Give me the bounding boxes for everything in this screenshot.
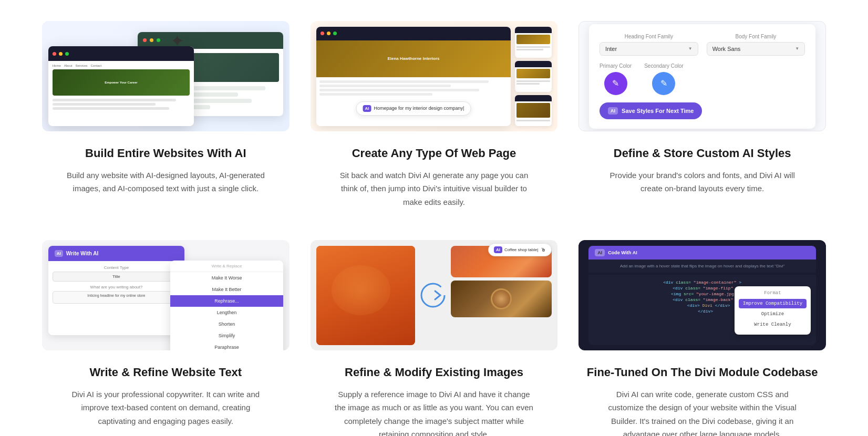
code-tag: <div <box>673 297 685 302</box>
feature-title-create-webpage: Create Any Type Of Web Page <box>352 146 516 161</box>
thumb-header <box>515 61 552 67</box>
styles-panel: Heading Font Family Inter ▼ Body Font Fa… <box>589 24 815 129</box>
ai-prompt-bubble: AI Homepage for my interior design compa… <box>356 101 471 116</box>
code-attr: class= <box>685 286 700 290</box>
context-item-rephrase[interactable]: Rephrase... <box>170 295 283 307</box>
ai-badge: AI <box>363 105 371 112</box>
feature-card-write-refine: AI Write With AI Content Type Title What… <box>42 240 290 436</box>
thumb-content <box>515 33 552 52</box>
nav-item: Home <box>53 64 61 67</box>
about-value: Inticing headline for my online store <box>87 294 145 297</box>
prompt-text: Homepage for my interior design company| <box>374 106 464 111</box>
thumb-img <box>516 35 550 44</box>
primary-color-swatch[interactable]: ✎ <box>604 72 627 95</box>
code-tag: </div> <box>715 303 730 308</box>
coffee-cup-icon <box>491 288 512 309</box>
feature-image-build-websites: Home About Services Contact Empower Your… <box>42 21 290 131</box>
content-row <box>53 107 169 110</box>
ai-badge: AI <box>55 250 63 257</box>
context-item-shorten[interactable]: Shorten <box>170 318 283 330</box>
code-description: Add an image with a hover state that fli… <box>588 259 816 273</box>
ai-star-icon: ✦ <box>170 31 184 51</box>
content-row <box>53 99 176 101</box>
thumb-row <box>516 120 550 121</box>
feature-desc-code: Divi AI can write code, generate custom … <box>603 388 802 436</box>
before-img-sim <box>316 246 415 345</box>
ai-badge: AI <box>494 246 502 253</box>
content-row <box>53 103 156 106</box>
nav-item: About <box>64 64 73 67</box>
write-panel-body: Content Type Title What are you writing … <box>48 261 184 308</box>
mockup-hero: Empower Your Career <box>53 69 190 96</box>
context-item-simplify[interactable]: Simplify <box>170 330 283 341</box>
feature-title-define-styles: Define & Store Custom AI Styles <box>614 146 791 161</box>
thumb-row <box>516 80 550 82</box>
features-grid: Home About Services Contact Empower Your… <box>0 0 868 436</box>
save-styles-button[interactable]: AI Save Styles For Next Time <box>600 102 702 119</box>
secondary-color-group: Secondary Color ✎ <box>644 63 683 95</box>
thumb-1 <box>515 27 552 58</box>
code-tag: <div> <box>687 303 700 308</box>
preview-row <box>319 80 488 83</box>
code-tag: </div> <box>698 309 713 314</box>
about-textarea[interactable]: Inticing headline for my online store <box>53 291 180 304</box>
dot-red <box>53 52 56 56</box>
content-type-value: Title <box>112 274 120 279</box>
context-item-make-worse[interactable]: Make It Worse <box>170 272 283 284</box>
feature-title-refine-images: Refine & Modify Existing Images <box>345 365 523 380</box>
body-font-label: Body Font Family <box>707 34 805 39</box>
feature-image-code: AI Code With AI Add an image with a hove… <box>578 240 826 350</box>
thumb-content <box>515 67 552 86</box>
body-font-select[interactable]: Work Sans ▼ <box>707 42 805 56</box>
dot-yellow <box>150 38 153 42</box>
code-tag: > <box>739 280 741 285</box>
format-item-improve[interactable]: Improve Compatibility <box>739 299 807 308</box>
dot-yellow <box>59 52 63 56</box>
coffee-sim <box>451 281 551 317</box>
image-modify-area: AI Coffee shop table| 🖱 <box>316 246 551 345</box>
secondary-color-swatch[interactable]: ✎ <box>652 72 675 95</box>
ai-badge: AI <box>595 249 605 256</box>
write-panel: AI Write With AI Content Type Title What… <box>48 246 184 335</box>
content-type-select[interactable]: Title <box>53 272 180 282</box>
write-mockup: AI Write With AI Content Type Title What… <box>48 246 283 345</box>
preview-topbar <box>316 27 510 40</box>
code-tag: <div <box>663 280 676 285</box>
thumb-3 <box>515 95 552 126</box>
context-item-make-better[interactable]: Make It Better <box>170 284 283 295</box>
secondary-color-label: Secondary Color <box>644 63 683 69</box>
dot-green <box>157 38 160 42</box>
format-item-optimize[interactable]: Optimize <box>739 309 807 319</box>
img-overlay <box>332 265 391 315</box>
cursor-icon: 🖱 <box>541 247 546 253</box>
mockup-front-content <box>48 96 194 113</box>
main-preview-panel: Elena Hawthorne Interiors AI Homepage fo… <box>316 27 510 126</box>
feature-card-code: AI Code With AI Add an image with a hove… <box>578 240 826 436</box>
feature-desc-refine-images: Supply a reference image to Divi AI and … <box>334 388 534 436</box>
heading-font-select[interactable]: Inter ▼ <box>600 42 698 56</box>
format-item-write-cleanly[interactable]: Write Cleanly <box>739 320 807 329</box>
thumb-img <box>516 69 550 78</box>
feature-desc-build-websites: Build any website with AI-designed layou… <box>66 169 265 195</box>
about-label: What are you writing about? <box>53 285 180 289</box>
context-item-paraphrase[interactable]: Paraphrase <box>170 341 283 350</box>
save-button-label: Save Styles For Next Time <box>622 108 694 114</box>
feature-desc-write-refine: Divi AI is your professional copywriter.… <box>66 388 265 428</box>
code-line: <div class= "image-container" > <box>594 280 811 285</box>
body-font-group: Body Font Family Work Sans ▼ <box>707 34 805 56</box>
after-top-container: AI Coffee shop table| 🖱 <box>451 246 551 277</box>
preview-hero: Elena Hawthorne Interiors <box>316 40 510 77</box>
context-header: Write & Replace <box>170 261 283 272</box>
context-item-lengthen[interactable]: Lengthen <box>170 307 283 318</box>
side-thumbnails <box>515 27 552 126</box>
feature-image-write-refine: AI Write With AI Content Type Title What… <box>42 240 290 350</box>
mockup-front-panel: Home About Services Contact Empower Your… <box>48 46 194 126</box>
format-popup: Format Improve Compatibility Optimize Wr… <box>735 286 811 335</box>
preview-row <box>319 85 451 87</box>
thumb-header <box>515 27 552 33</box>
chevron-down-icon: ▼ <box>795 46 799 51</box>
dot-yellow <box>327 32 330 35</box>
feature-image-create-webpage: Elena Hawthorne Interiors AI Homepage fo… <box>311 21 558 131</box>
edit-icon: ✎ <box>612 78 619 88</box>
after-bottom-img <box>451 281 551 317</box>
